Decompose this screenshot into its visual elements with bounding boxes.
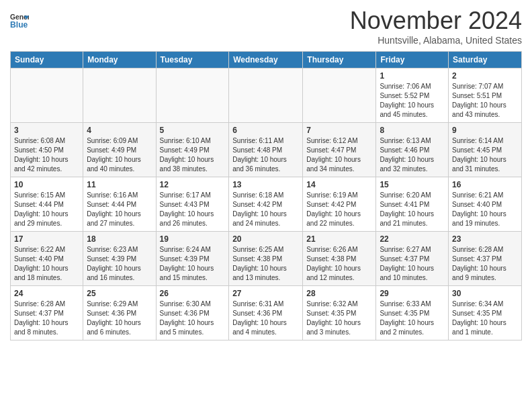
day-number: 25: [87, 289, 152, 298]
calendar-empty-cell: [83, 68, 156, 123]
day-number: 16: [452, 180, 518, 189]
day-info: Sunrise: 6:16 AM Sunset: 4:44 PM Dayligh…: [87, 191, 152, 228]
day-info: Sunrise: 6:18 AM Sunset: 4:42 PM Dayligh…: [232, 191, 299, 228]
calendar-week-row: 24Sunrise: 6:28 AM Sunset: 4:37 PM Dayli…: [11, 286, 522, 340]
logo-icon: General Blue: [10, 11, 29, 30]
day-number: 18: [87, 234, 152, 244]
day-number: 22: [380, 234, 445, 244]
day-info: Sunrise: 6:21 AM Sunset: 4:40 PM Dayligh…: [452, 191, 518, 228]
day-info: Sunrise: 6:17 AM Sunset: 4:43 PM Dayligh…: [160, 191, 226, 228]
day-info: Sunrise: 7:06 AM Sunset: 5:52 PM Dayligh…: [380, 82, 445, 120]
day-info: Sunrise: 6:28 AM Sunset: 4:37 PM Dayligh…: [14, 300, 79, 337]
day-info: Sunrise: 7:07 AM Sunset: 5:51 PM Dayligh…: [452, 82, 518, 120]
day-info: Sunrise: 6:29 AM Sunset: 4:36 PM Dayligh…: [87, 300, 152, 337]
page-header: General Blue November 2024 Huntsville, A…: [10, 7, 522, 46]
day-number: 29: [380, 289, 445, 298]
calendar-day-cell: 4Sunrise: 6:09 AM Sunset: 4:49 PM Daylig…: [83, 123, 156, 177]
calendar-empty-cell: [156, 68, 229, 123]
weekday-header-row: SundayMondayTuesdayWednesdayThursdayFrid…: [11, 52, 522, 68]
weekday-header-tuesday: Tuesday: [156, 52, 229, 68]
calendar-week-row: 10Sunrise: 6:15 AM Sunset: 4:44 PM Dayli…: [11, 177, 522, 232]
day-number: 13: [232, 180, 299, 189]
day-info: Sunrise: 6:14 AM Sunset: 4:45 PM Dayligh…: [452, 136, 518, 174]
calendar-day-cell: 7Sunrise: 6:12 AM Sunset: 4:47 PM Daylig…: [303, 123, 376, 177]
weekday-header-thursday: Thursday: [303, 52, 376, 68]
day-number: 24: [14, 289, 79, 298]
day-info: Sunrise: 6:15 AM Sunset: 4:44 PM Dayligh…: [14, 191, 79, 228]
calendar-day-cell: 8Sunrise: 6:13 AM Sunset: 4:46 PM Daylig…: [376, 123, 449, 177]
day-number: 28: [306, 289, 372, 298]
day-number: 20: [232, 234, 299, 244]
day-info: Sunrise: 6:22 AM Sunset: 4:40 PM Dayligh…: [14, 245, 79, 283]
day-number: 1: [380, 71, 445, 81]
calendar-day-cell: 6Sunrise: 6:11 AM Sunset: 4:48 PM Daylig…: [229, 123, 303, 177]
day-info: Sunrise: 6:26 AM Sunset: 4:38 PM Dayligh…: [306, 245, 372, 283]
calendar-day-cell: 29Sunrise: 6:33 AM Sunset: 4:35 PM Dayli…: [376, 286, 449, 340]
calendar-empty-cell: [229, 68, 303, 123]
logo: General Blue: [10, 11, 30, 30]
calendar-table: SundayMondayTuesdayWednesdayThursdayFrid…: [10, 51, 522, 340]
day-number: 10: [14, 180, 79, 189]
weekday-header-saturday: Saturday: [449, 52, 522, 68]
day-info: Sunrise: 6:23 AM Sunset: 4:39 PM Dayligh…: [87, 245, 152, 283]
day-number: 8: [380, 126, 445, 135]
day-number: 6: [232, 126, 299, 135]
weekday-header-wednesday: Wednesday: [229, 52, 303, 68]
calendar-day-cell: 19Sunrise: 6:24 AM Sunset: 4:39 PM Dayli…: [156, 232, 229, 286]
calendar-day-cell: 10Sunrise: 6:15 AM Sunset: 4:44 PM Dayli…: [11, 177, 83, 232]
calendar-day-cell: 3Sunrise: 6:08 AM Sunset: 4:50 PM Daylig…: [11, 123, 83, 177]
calendar-empty-cell: [11, 68, 83, 123]
calendar-day-cell: 13Sunrise: 6:18 AM Sunset: 4:42 PM Dayli…: [229, 177, 303, 232]
calendar-day-cell: 17Sunrise: 6:22 AM Sunset: 4:40 PM Dayli…: [11, 232, 83, 286]
weekday-header-monday: Monday: [83, 52, 156, 68]
day-number: 5: [160, 126, 226, 135]
day-info: Sunrise: 6:11 AM Sunset: 4:48 PM Dayligh…: [232, 136, 299, 174]
calendar-day-cell: 20Sunrise: 6:25 AM Sunset: 4:38 PM Dayli…: [229, 232, 303, 286]
calendar-day-cell: 14Sunrise: 6:19 AM Sunset: 4:42 PM Dayli…: [303, 177, 376, 232]
calendar-day-cell: 15Sunrise: 6:20 AM Sunset: 4:41 PM Dayli…: [376, 177, 449, 232]
day-number: 9: [452, 126, 518, 135]
weekday-header-friday: Friday: [376, 52, 449, 68]
calendar-day-cell: 27Sunrise: 6:31 AM Sunset: 4:36 PM Dayli…: [229, 286, 303, 340]
day-info: Sunrise: 6:09 AM Sunset: 4:49 PM Dayligh…: [87, 136, 152, 174]
calendar-day-cell: 18Sunrise: 6:23 AM Sunset: 4:39 PM Dayli…: [83, 232, 156, 286]
day-number: 27: [232, 289, 299, 298]
day-info: Sunrise: 6:13 AM Sunset: 4:46 PM Dayligh…: [380, 136, 445, 174]
calendar-day-cell: 12Sunrise: 6:17 AM Sunset: 4:43 PM Dayli…: [156, 177, 229, 232]
calendar-day-cell: 11Sunrise: 6:16 AM Sunset: 4:44 PM Dayli…: [83, 177, 156, 232]
day-number: 7: [306, 126, 372, 135]
day-info: Sunrise: 6:34 AM Sunset: 4:35 PM Dayligh…: [452, 300, 518, 337]
day-info: Sunrise: 6:19 AM Sunset: 4:42 PM Dayligh…: [306, 191, 372, 228]
day-number: 23: [452, 234, 518, 244]
calendar-week-row: 17Sunrise: 6:22 AM Sunset: 4:40 PM Dayli…: [11, 232, 522, 286]
title-block: November 2024 Huntsville, Alabama, Unite…: [350, 7, 522, 46]
day-number: 15: [380, 180, 445, 189]
day-info: Sunrise: 6:08 AM Sunset: 4:50 PM Dayligh…: [14, 136, 79, 174]
calendar-day-cell: 22Sunrise: 6:27 AM Sunset: 4:37 PM Dayli…: [376, 232, 449, 286]
day-number: 2: [452, 71, 518, 81]
calendar-day-cell: 26Sunrise: 6:30 AM Sunset: 4:36 PM Dayli…: [156, 286, 229, 340]
day-number: 11: [87, 180, 152, 189]
day-info: Sunrise: 6:20 AM Sunset: 4:41 PM Dayligh…: [380, 191, 445, 228]
calendar-day-cell: 2Sunrise: 7:07 AM Sunset: 5:51 PM Daylig…: [449, 68, 522, 123]
location-subtitle: Huntsville, Alabama, United States: [350, 35, 522, 46]
day-info: Sunrise: 6:31 AM Sunset: 4:36 PM Dayligh…: [232, 300, 299, 337]
day-number: 30: [452, 289, 518, 298]
day-info: Sunrise: 6:24 AM Sunset: 4:39 PM Dayligh…: [160, 245, 226, 283]
calendar-day-cell: 21Sunrise: 6:26 AM Sunset: 4:38 PM Dayli…: [303, 232, 376, 286]
calendar-day-cell: 16Sunrise: 6:21 AM Sunset: 4:40 PM Dayli…: [449, 177, 522, 232]
day-info: Sunrise: 6:25 AM Sunset: 4:38 PM Dayligh…: [232, 245, 299, 283]
svg-text:Blue: Blue: [10, 20, 28, 30]
calendar-day-cell: 25Sunrise: 6:29 AM Sunset: 4:36 PM Dayli…: [83, 286, 156, 340]
day-info: Sunrise: 6:33 AM Sunset: 4:35 PM Dayligh…: [380, 300, 445, 337]
day-info: Sunrise: 6:32 AM Sunset: 4:35 PM Dayligh…: [306, 300, 372, 337]
day-info: Sunrise: 6:12 AM Sunset: 4:47 PM Dayligh…: [306, 136, 372, 174]
day-number: 12: [160, 180, 226, 189]
calendar-week-row: 3Sunrise: 6:08 AM Sunset: 4:50 PM Daylig…: [11, 123, 522, 177]
month-title: November 2024: [350, 7, 522, 35]
day-info: Sunrise: 6:30 AM Sunset: 4:36 PM Dayligh…: [160, 300, 226, 337]
day-info: Sunrise: 6:10 AM Sunset: 4:49 PM Dayligh…: [160, 136, 226, 174]
calendar-day-cell: 9Sunrise: 6:14 AM Sunset: 4:45 PM Daylig…: [449, 123, 522, 177]
calendar-day-cell: 5Sunrise: 6:10 AM Sunset: 4:49 PM Daylig…: [156, 123, 229, 177]
day-number: 14: [306, 180, 372, 189]
